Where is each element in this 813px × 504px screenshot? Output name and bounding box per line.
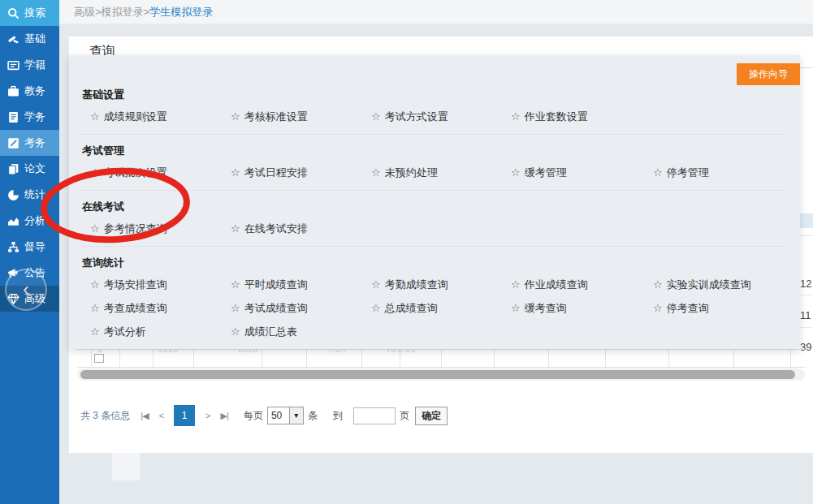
star-icon: ☆ xyxy=(231,222,240,235)
next-page-button[interactable]: > xyxy=(205,411,210,420)
menu-grid: ☆考场安排查询☆平时成绩查询☆考勤成绩查询☆作业成绩查询☆实验实训成绩查询☆考查… xyxy=(82,273,787,343)
breadcrumb-current[interactable]: 学生模拟登录 xyxy=(149,6,213,18)
sidebar-item-search[interactable]: 搜索 xyxy=(0,0,59,26)
menu-grid: ☆参考情况查询☆在线考试安排 xyxy=(82,217,787,240)
table-cell-border xyxy=(668,350,669,368)
table-cell-border xyxy=(153,350,154,368)
menu-item[interactable]: ☆平时成绩查询 xyxy=(231,273,371,296)
sidebar-item-basic[interactable]: 基础 xyxy=(0,26,59,52)
operation-wizard-button[interactable]: 操作向导 xyxy=(737,63,800,85)
sidebar-item-label: 统计 xyxy=(24,187,45,202)
sidebar-item-supervision[interactable]: 督导 xyxy=(0,234,59,260)
table-cell-border xyxy=(790,350,791,368)
faded-cell-text: 2 xyxy=(98,349,103,354)
menu-item[interactable]: ☆在线考试安排 xyxy=(231,217,371,240)
sidebar-item-label: 学务 xyxy=(24,110,45,124)
sidebar-item-roster[interactable]: 学籍 xyxy=(0,52,59,78)
menu-item-label: 停考查询 xyxy=(667,301,709,316)
menu-item-label: 作业成绩查询 xyxy=(525,278,588,292)
star-icon: ☆ xyxy=(90,278,100,291)
menu-item[interactable]: ☆缓考管理 xyxy=(511,161,653,184)
faded-cell-text: 7/1/7 xyxy=(327,349,347,354)
faded-cell-text: 2020 xyxy=(158,349,178,354)
menu-item[interactable]: ☆缓考查询 xyxy=(511,296,653,320)
menu-item[interactable]: ☆考核标准设置 xyxy=(231,105,371,128)
menu-item[interactable]: ☆参考情况查询 xyxy=(90,217,231,240)
sidebar-item-thesis[interactable]: 论文 xyxy=(0,156,59,182)
star-icon: ☆ xyxy=(511,110,521,123)
per-page-suffix-label: 条 xyxy=(308,409,318,423)
section-title: 考试管理 xyxy=(82,144,787,161)
menu-item[interactable]: ☆考场安排查询 xyxy=(90,273,231,296)
pagination-bar: 共 3 条信息 |◀ < 1 > ▶| 每页 50 ▾ 条 到 页 确定 xyxy=(80,403,448,428)
menu-item[interactable]: ☆未预约处理 xyxy=(371,161,511,184)
menu-item[interactable]: ☆成绩规则设置 xyxy=(90,105,231,128)
star-icon: ☆ xyxy=(371,166,381,179)
sidebar-item-label: 搜索 xyxy=(24,6,45,20)
first-page-button[interactable]: |◀ xyxy=(141,411,148,421)
menu-item[interactable]: ☆成绩汇总表 xyxy=(231,320,371,343)
area-chart-icon xyxy=(7,215,19,227)
table-cell-border xyxy=(548,350,549,368)
sidebar-collapse-button[interactable]: ‹ xyxy=(5,269,47,311)
pagination-total: 共 3 条信息 xyxy=(80,409,130,423)
table-cell-border xyxy=(262,350,262,368)
menu-item[interactable]: ☆停考管理 xyxy=(653,161,787,184)
horizontal-scrollbar-track[interactable] xyxy=(77,368,805,381)
goto-page-input[interactable] xyxy=(353,407,396,424)
breadcrumb-prefix: 高级>模拟登录> xyxy=(74,6,149,18)
sidebar-item-label: 分析 xyxy=(24,213,45,228)
table-cell-border xyxy=(193,350,194,368)
star-icon: ☆ xyxy=(371,302,381,314)
sidebar-item-statistics[interactable]: 统计 xyxy=(0,182,59,208)
menu-item[interactable]: ☆实验实训成绩查询 xyxy=(653,273,787,296)
sidebar-item-label: 考务 xyxy=(24,136,45,150)
search-icon xyxy=(7,7,19,19)
page-size-select[interactable]: 50 ▾ xyxy=(267,407,304,424)
prev-page-button[interactable]: < xyxy=(159,411,163,420)
menu-item[interactable]: ☆停考查询 xyxy=(653,296,787,320)
sidebar-item-analysis[interactable]: 分析 xyxy=(0,208,59,234)
star-icon: ☆ xyxy=(90,325,100,338)
menu-item-label: 缓考查询 xyxy=(525,301,567,316)
menu-item[interactable]: ☆考试方式设置 xyxy=(371,105,511,128)
confirm-button[interactable]: 确定 xyxy=(415,407,448,425)
star-icon: ☆ xyxy=(371,278,381,291)
faded-render-artifact xyxy=(112,445,140,480)
menu-item[interactable]: ☆考试批次设置 xyxy=(90,161,231,184)
row-checkbox[interactable] xyxy=(94,354,104,363)
menu-item[interactable]: ☆考试成绩查询 xyxy=(231,296,371,320)
menu-section-exam-management: 考试管理 ☆考试批次设置☆考试日程安排☆未预约处理☆缓考管理☆停考管理 xyxy=(82,144,787,191)
star-icon: ☆ xyxy=(90,302,100,314)
briefcase-icon xyxy=(7,85,19,97)
menu-item[interactable]: ☆总成绩查询 xyxy=(371,296,511,320)
table-cell-border xyxy=(733,350,734,368)
menu-item[interactable]: ☆考查成绩查询 xyxy=(90,296,231,320)
last-page-button[interactable]: ▶| xyxy=(221,411,228,421)
menu-item-label: 考试方式设置 xyxy=(385,110,448,124)
sidebar-item-exam-affairs[interactable]: 考务 xyxy=(0,130,59,156)
menu-item-label: 在线考试安排 xyxy=(244,222,308,236)
current-page-indicator[interactable]: 1 xyxy=(174,405,195,426)
menu-grid: ☆成绩规则设置☆考核标准设置☆考试方式设置☆作业套数设置 xyxy=(82,105,787,128)
table-row: 2202020207/1/770.2.01 xyxy=(77,349,805,368)
menu-item[interactable]: ☆作业套数设置 xyxy=(511,105,653,128)
menu-item-label: 考试成绩查询 xyxy=(244,301,308,316)
menu-section-online-exam: 在线考试 ☆参考情况查询☆在线考试安排 xyxy=(82,200,787,247)
menu-item[interactable]: ☆考勤成绩查询 xyxy=(371,273,511,296)
menu-item[interactable]: ☆作业成绩查询 xyxy=(511,273,653,296)
menu-item[interactable]: ☆考试分析 xyxy=(90,320,231,343)
sidebar-item-academic[interactable]: 教务 xyxy=(0,78,59,104)
id-card-icon xyxy=(7,59,19,71)
menu-item-label: 考试日程安排 xyxy=(244,166,308,180)
table-cell-partial-number: 11 xyxy=(800,309,811,321)
menu-section-basic-settings: 基础设置 ☆成绩规则设置☆考核标准设置☆考试方式设置☆作业套数设置 xyxy=(82,88,787,135)
goto-suffix-label: 页 xyxy=(400,409,409,423)
menu-item-label: 参考情况查询 xyxy=(104,222,167,236)
menu-item[interactable]: ☆考试日程安排 xyxy=(231,161,371,184)
star-icon: ☆ xyxy=(231,325,240,338)
horizontal-scrollbar-thumb[interactable] xyxy=(80,370,795,379)
sidebar-item-student-affairs[interactable]: 学务 xyxy=(0,104,59,130)
section-title: 查询统计 xyxy=(82,256,787,273)
table-cell-border xyxy=(306,350,307,368)
